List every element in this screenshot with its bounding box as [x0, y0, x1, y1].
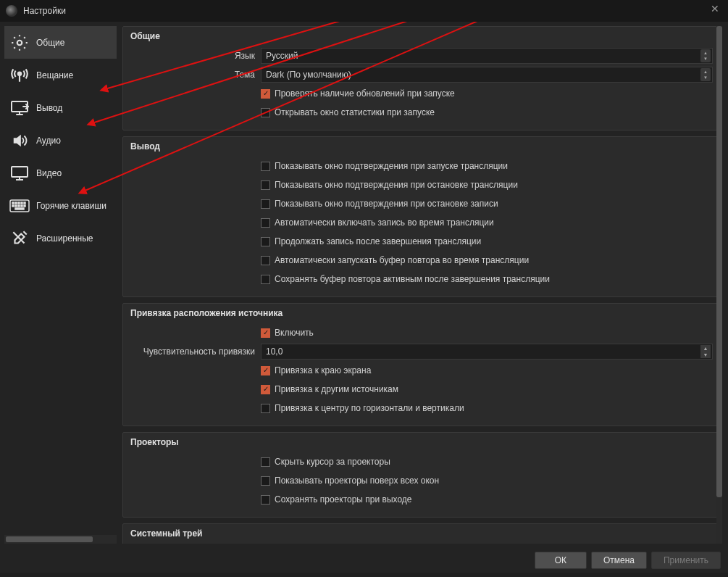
sidebar-item-label: Вещание [36, 70, 73, 80]
sidebar-item-hotkeys[interactable]: Горячие клавиши [4, 189, 117, 222]
sidebar-item-label: Аудио [36, 136, 61, 146]
group-tray: Системный трей Включить Скрывать окно в … [122, 523, 721, 544]
sidebar-item-audio[interactable]: Аудио [4, 124, 117, 157]
theme-value: Dark (По умолчанию) [266, 70, 351, 80]
sidebar-item-output[interactable]: Вывод [4, 91, 117, 124]
gear-icon [9, 34, 30, 51]
svg-rect-8 [21, 202, 22, 204]
footer: ОК Отмена Применить [0, 548, 728, 573]
proj-always-top-checkbox[interactable] [261, 476, 270, 486]
language-label: Язык [130, 51, 261, 61]
content-panel: Общие Язык Русский ▲▼ Тема Dark (По умол… [117, 26, 724, 544]
group-title: Общие [130, 31, 713, 41]
theme-label: Тема [130, 70, 261, 80]
snap-enable-label: Включить [275, 328, 314, 338]
open-stats-checkbox[interactable] [261, 108, 270, 117]
group-projectors: Проекторы Скрыть курсор за проекторы Пок… [122, 432, 721, 518]
sidebar-item-stream[interactable]: Вещание [4, 59, 117, 91]
antenna-icon [9, 67, 30, 84]
auto-record-checkbox[interactable] [261, 218, 270, 228]
check-updates-label: Проверять наличие обновлений при запуске [275, 88, 455, 99]
keyboard-icon [9, 197, 30, 215]
group-title: Вывод [130, 141, 713, 151]
svg-rect-9 [24, 202, 25, 204]
sidebar-item-label: Расширенные [36, 233, 93, 244]
sidebar-scrollbar[interactable] [4, 535, 117, 544]
open-stats-label: Открывать окно статистики при запуске [275, 107, 435, 117]
titlebar: Настройки ✕ [0, 0, 728, 22]
content-scrollbar[interactable] [716, 26, 722, 544]
snap-sensitivity-spin[interactable]: 10,0 ▲▼ [261, 344, 713, 360]
monitor-icon [9, 165, 30, 182]
ok-button[interactable]: ОК [535, 552, 587, 569]
window-title: Настройки [23, 6, 66, 16]
snap-sensitivity-label: Чувствительность привязки [130, 346, 261, 357]
proj-save-exit-checkbox[interactable] [261, 495, 270, 505]
sidebar-item-label: Общие [36, 38, 64, 48]
keep-record-label: Продолжать запись после завершения транс… [275, 236, 481, 246]
auto-replay-label: Автоматически запускать буфер повтора во… [275, 255, 529, 265]
group-snap: Привязка расположения источника Включить… [122, 303, 721, 426]
language-value: Русский [266, 51, 298, 61]
proj-hide-cursor-checkbox[interactable] [261, 457, 270, 467]
snap-edge-label: Привязка к краю экрана [275, 365, 371, 375]
svg-rect-3 [12, 167, 28, 177]
group-title: Проекторы [130, 437, 713, 447]
monitor-arrow-icon [9, 99, 30, 117]
keep-replay-label: Сохранять буфер повтора активным после з… [275, 274, 550, 284]
svg-rect-14 [24, 205, 25, 207]
snap-edge-checkbox[interactable] [261, 366, 270, 375]
speaker-icon [9, 132, 30, 149]
proj-hide-cursor-label: Скрыть курсор за проекторы [275, 457, 390, 467]
main-area: Общие Вещание Вывод Аудио Видео [0, 22, 728, 548]
cancel-button[interactable]: Отмена [591, 552, 647, 569]
svg-rect-6 [15, 202, 17, 204]
confirm-stop-stream-checkbox[interactable] [261, 180, 270, 190]
group-general: Общие Язык Русский ▲▼ Тема Dark (По умол… [122, 26, 721, 130]
obs-icon [6, 5, 17, 17]
confirm-stop-record-label: Показывать окно подтверждения при остано… [275, 199, 498, 209]
snap-sources-label: Привязка к другим источникам [275, 384, 398, 394]
snap-center-checkbox[interactable] [261, 404, 270, 413]
sidebar-item-label: Видео [36, 168, 62, 178]
confirm-start-checkbox[interactable] [261, 162, 270, 171]
group-title: Привязка расположения источника [130, 308, 713, 318]
confirm-stop-stream-label: Показывать окно подтверждения при остано… [275, 180, 518, 190]
apply-button[interactable]: Применить [651, 552, 721, 569]
snap-sensitivity-value: 10,0 [266, 346, 283, 357]
group-title: Системный трей [130, 528, 713, 539]
snap-center-label: Привязка к центру по горизонтали и верти… [275, 403, 464, 413]
svg-rect-15 [15, 208, 24, 209]
language-combo[interactable]: Русский ▲▼ [261, 48, 713, 64]
theme-combo[interactable]: Dark (По умолчанию) ▲▼ [261, 67, 713, 83]
proj-always-top-label: Показывать проекторы поверх всех окон [275, 476, 439, 486]
svg-point-1 [18, 72, 21, 75]
group-output: Вывод Показывать окно подтверждения при … [122, 136, 721, 297]
svg-rect-10 [12, 205, 14, 207]
snap-enable-checkbox[interactable] [261, 328, 270, 338]
sidebar-item-label: Горячие клавиши [36, 201, 106, 211]
check-updates-checkbox[interactable] [261, 89, 270, 99]
snap-sources-checkbox[interactable] [261, 385, 270, 394]
sidebar-item-video[interactable]: Видео [4, 157, 117, 189]
svg-rect-13 [21, 205, 22, 207]
svg-rect-12 [18, 205, 20, 207]
sidebar: Общие Вещание Вывод Аудио Видео [4, 26, 117, 544]
keep-replay-checkbox[interactable] [261, 275, 270, 284]
sidebar-item-label: Вывод [36, 103, 62, 113]
auto-record-label: Автоматически включать запись во время т… [275, 217, 494, 228]
svg-rect-11 [15, 205, 17, 207]
svg-rect-5 [12, 202, 14, 204]
auto-replay-checkbox[interactable] [261, 256, 270, 265]
close-icon[interactable]: ✕ [708, 3, 722, 17]
confirm-start-label: Показывать окно подтверждения при запуск… [275, 161, 508, 171]
tools-icon [9, 230, 30, 247]
proj-save-exit-label: Сохранять проекторы при выходе [275, 494, 412, 505]
sidebar-item-general[interactable]: Общие [4, 26, 117, 59]
svg-point-0 [17, 40, 22, 45]
confirm-stop-record-checkbox[interactable] [261, 199, 270, 209]
svg-rect-7 [18, 202, 20, 204]
keep-record-checkbox[interactable] [261, 237, 270, 246]
sidebar-item-advanced[interactable]: Расширенные [4, 222, 117, 254]
